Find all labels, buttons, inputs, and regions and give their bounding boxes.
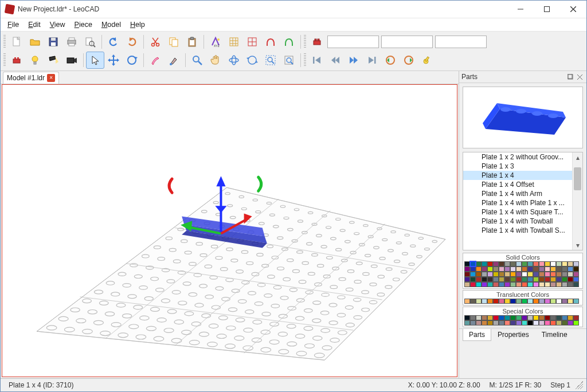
color-swatch[interactable] (470, 299, 476, 304)
spotlight-button[interactable] (44, 52, 62, 69)
color-swatch[interactable] (527, 266, 533, 272)
color-swatch[interactable] (545, 282, 550, 287)
color-swatch[interactable] (470, 261, 476, 266)
print-preview-button[interactable] (81, 33, 99, 50)
color-swatch[interactable] (573, 266, 579, 272)
rotate-tool-button[interactable] (123, 52, 141, 69)
color-swatch[interactable] (510, 299, 516, 304)
color-swatch[interactable] (527, 261, 533, 266)
color-swatch[interactable] (464, 282, 470, 287)
color-swatch[interactable] (499, 320, 504, 326)
color-swatch[interactable] (493, 272, 499, 277)
delete-tool-button[interactable] (146, 52, 165, 69)
color-swatch[interactable] (464, 320, 470, 326)
snap-angle-button[interactable] (280, 33, 298, 50)
color-swatch[interactable] (562, 266, 568, 272)
color-swatch[interactable] (516, 277, 522, 282)
color-swatch[interactable] (504, 277, 510, 282)
color-swatch[interactable] (464, 299, 470, 304)
color-swatch[interactable] (556, 261, 562, 266)
color-swatch[interactable] (516, 299, 522, 304)
color-swatch[interactable] (510, 315, 516, 320)
color-swatch[interactable] (522, 272, 527, 277)
light-button[interactable] (26, 52, 44, 69)
color-swatch[interactable] (464, 277, 470, 282)
insert-piece-button[interactable] (7, 52, 26, 69)
color-swatch[interactable] (516, 266, 522, 272)
piece-insert-button[interactable] (308, 33, 326, 50)
color-swatch[interactable] (482, 266, 487, 272)
color-swatch[interactable] (510, 261, 516, 266)
color-swatch[interactable] (510, 282, 516, 287)
copy-button[interactable] (165, 33, 183, 50)
color-swatch[interactable] (482, 277, 487, 282)
menu-file[interactable]: File (3, 19, 24, 30)
color-swatch[interactable] (545, 261, 550, 266)
parts-scrollbar[interactable]: ▴ ▾ (572, 152, 582, 250)
color-swatch[interactable] (527, 320, 533, 326)
color-swatch[interactable] (493, 299, 499, 304)
color-swatch[interactable] (573, 299, 579, 304)
color-swatch[interactable] (573, 282, 579, 287)
color-swatch[interactable] (550, 282, 556, 287)
color-swatch[interactable] (556, 320, 562, 326)
color-swatch[interactable] (533, 261, 539, 266)
part-preview[interactable] (463, 87, 583, 148)
menu-model[interactable]: Model (97, 19, 126, 30)
color-swatch[interactable] (487, 282, 493, 287)
panel-tab-parts[interactable]: Parts (463, 329, 491, 341)
paint-tool-button[interactable] (165, 52, 183, 69)
color-swatch[interactable] (482, 282, 487, 287)
color-swatch[interactable] (476, 261, 482, 266)
color-swatch[interactable] (516, 282, 522, 287)
snap-rotate-button[interactable] (261, 33, 280, 50)
color-swatch[interactable] (568, 277, 573, 282)
color-swatch[interactable] (568, 299, 573, 304)
cut-button[interactable] (146, 33, 165, 50)
list-item[interactable]: Plate 1 x 4 (463, 171, 582, 180)
color-swatch[interactable] (482, 299, 487, 304)
snap-move-button[interactable] (225, 33, 243, 50)
color-swatch[interactable] (539, 277, 545, 282)
color-swatch[interactable] (522, 266, 527, 272)
color-swatch[interactable] (562, 282, 568, 287)
color-swatch[interactable] (504, 282, 510, 287)
color-swatch[interactable] (504, 266, 510, 272)
window-close-button[interactable] (560, 1, 586, 18)
color-swatch[interactable] (556, 282, 562, 287)
color-swatch[interactable] (464, 315, 470, 320)
panel-float-button[interactable] (566, 72, 575, 81)
color-swatch[interactable] (533, 299, 539, 304)
color-swatch[interactable] (522, 299, 527, 304)
model-tab[interactable]: Model #1.ldr × (3, 72, 59, 84)
color-swatch[interactable] (470, 277, 476, 282)
color-swatch[interactable] (562, 315, 568, 320)
zoom-tool-button[interactable] (188, 52, 206, 69)
tab-close-button[interactable]: × (47, 74, 55, 82)
color-swatch[interactable] (499, 272, 504, 277)
step-first-button[interactable] (308, 52, 326, 69)
camera-button[interactable] (62, 52, 81, 69)
open-file-button[interactable] (26, 33, 44, 50)
color-swatch[interactable] (522, 277, 527, 282)
color-swatch[interactable] (550, 272, 556, 277)
step-last-button[interactable] (363, 52, 381, 69)
scroll-thumb[interactable] (574, 167, 581, 190)
color-swatch[interactable] (562, 277, 568, 282)
pan-tool-button[interactable] (206, 52, 225, 69)
color-swatch[interactable] (487, 261, 493, 266)
color-swatch[interactable] (464, 261, 470, 266)
color-swatch[interactable] (573, 320, 579, 326)
transform-relative-button[interactable]: XYZ (206, 33, 225, 50)
color-swatch[interactable] (522, 315, 527, 320)
color-swatch[interactable] (487, 315, 493, 320)
color-swatch[interactable] (499, 299, 504, 304)
color-swatch[interactable] (533, 272, 539, 277)
color-swatch[interactable] (476, 320, 482, 326)
scroll-up-button[interactable]: ▴ (573, 152, 582, 162)
toolbar-handle[interactable] (3, 53, 6, 67)
color-swatch[interactable] (568, 272, 573, 277)
color-swatch[interactable] (476, 272, 482, 277)
step-insert-before-button[interactable] (381, 52, 400, 69)
color-swatch[interactable] (487, 320, 493, 326)
